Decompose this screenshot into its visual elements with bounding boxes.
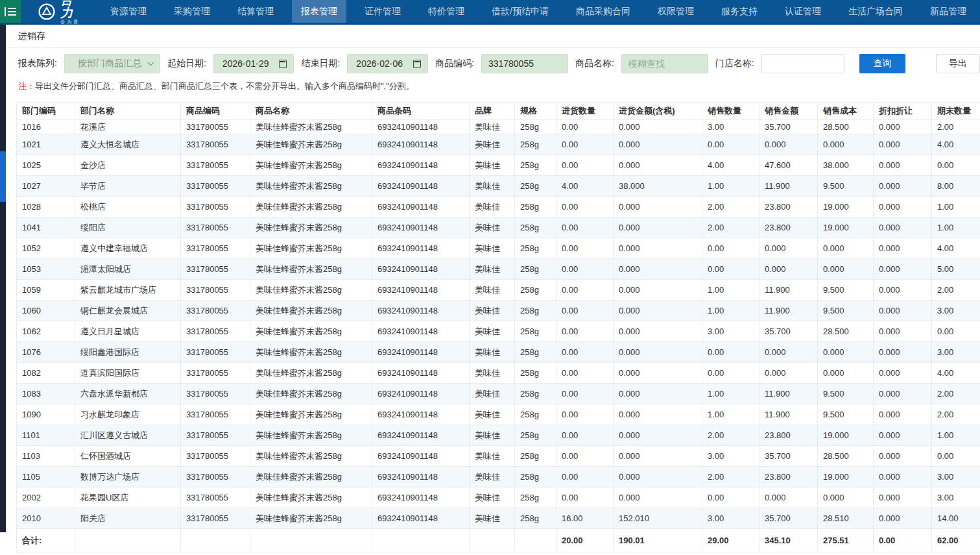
table-cell: 2002 — [17, 487, 75, 508]
nav-item-13[interactable]: 新品管理 — [921, 0, 975, 23]
table-cell: 0.00 — [556, 134, 614, 155]
table-cell: 258g — [515, 217, 556, 238]
table-cell: 美味佳 — [470, 134, 515, 155]
table-cell: 0.000 — [818, 342, 874, 363]
table-cell: 0.00 — [702, 363, 759, 384]
start-date-label: 起始日期: — [167, 58, 206, 69]
nav-item-3[interactable]: 结算管理 — [228, 0, 283, 23]
nav-item-11[interactable]: 认证管理 — [776, 0, 830, 23]
table-cell: 258g — [515, 197, 556, 217]
totals-cell: 275.51 — [818, 529, 874, 552]
table-cell: 美味佳蜂蜜芥末酱258g — [250, 384, 372, 404]
table-cell: 19.000 — [818, 217, 874, 238]
collapsed-sidebar[interactable] — [0, 25, 6, 532]
table-cell: 1059 — [17, 280, 75, 301]
table-cell: 0.000 — [614, 363, 702, 384]
table-cell: 258g — [515, 259, 556, 280]
table-cell: 0.000 — [874, 404, 932, 425]
table-cell: 0.000 — [874, 197, 932, 217]
export-button[interactable]: 导出 — [936, 54, 980, 73]
table-cell: 1076 — [17, 342, 75, 363]
table-cell: 美味佳蜂蜜芥末酱258g — [250, 301, 372, 321]
table-cell: 0.000 — [759, 363, 818, 384]
report-type-value: 按部门商品汇总 — [78, 58, 141, 69]
table-cell: 0.000 — [614, 197, 702, 217]
table-cell: 美味佳蜂蜜芥末酱258g — [250, 321, 372, 342]
nav-item-1[interactable]: 资源管理 — [101, 0, 156, 23]
table-row: 1016花溪店331780055美味佳蜂蜜芥末酱258g693241090114… — [17, 120, 980, 134]
nav-item-6[interactable]: 特价管理 — [419, 0, 473, 23]
table-cell: 11.900 — [759, 280, 818, 301]
totals-cell: 345.10 — [759, 529, 818, 552]
table-cell: 3.00 — [702, 321, 759, 342]
nav-item-8[interactable]: 商品采购合同 — [567, 0, 639, 23]
product-code-label: 商品编码: — [435, 58, 474, 69]
table-cell: 0.00 — [556, 425, 614, 446]
table-cell: 0.000 — [874, 301, 932, 321]
table-cell: 美味佳蜂蜜芥末酱258g — [250, 467, 372, 487]
sidebar-active-indicator[interactable] — [0, 151, 6, 202]
end-date-input[interactable]: 2026-02-06 — [347, 54, 428, 73]
column-header: 销售成本 — [818, 103, 874, 120]
table-row: 1090习水麒龙印象店331780055美味佳蜂蜜芥末酱258g69324109… — [17, 404, 980, 425]
table-cell: 1016 — [17, 120, 75, 134]
table-cell: 23.800 — [759, 425, 818, 446]
table-cell: 0.000 — [614, 487, 702, 508]
report-type-select[interactable]: 按部门商品汇总 — [64, 54, 160, 73]
table-row: 1082道真滨阳国际店331780055美味佳蜂蜜芥末酱258g69324109… — [17, 363, 980, 384]
table-cell: 2.00 — [702, 425, 759, 446]
table-cell: 3.00 — [702, 446, 759, 467]
nav-item-2[interactable]: 采购管理 — [165, 0, 219, 23]
column-header: 规格 — [515, 103, 556, 120]
table-cell: 2.00 — [932, 384, 980, 404]
table-cell: 0.00 — [702, 259, 759, 280]
table-cell: 4.00 — [932, 238, 980, 259]
table-cell: 331780055 — [181, 321, 250, 342]
totals-cell: 62.00 — [932, 529, 980, 552]
table-cell: 6932410901148 — [372, 134, 470, 155]
store-name-input[interactable] — [761, 54, 844, 73]
table-cell: 331780055 — [181, 487, 250, 508]
table-cell: 美味佳蜂蜜芥末酱258g — [250, 197, 372, 217]
table-cell: 0.00 — [556, 120, 614, 134]
start-date-input[interactable]: 2026-01-29 — [213, 54, 294, 73]
table-cell: 2.00 — [932, 120, 980, 134]
table-cell: 0.00 — [556, 280, 614, 301]
table-cell: 美味佳 — [470, 120, 515, 134]
nav-item-7[interactable]: 借款/预结申请 — [483, 0, 558, 23]
table-cell: 35.700 — [759, 120, 818, 134]
table-cell: 铜仁麒龙会展城店 — [75, 301, 181, 321]
table-cell: 美味佳 — [470, 425, 515, 446]
table-cell: 0.00 — [932, 155, 980, 176]
nav-item-4[interactable]: 报表管理 — [292, 0, 346, 23]
table-cell: 258g — [515, 404, 556, 425]
table-cell: 19.000 — [818, 197, 874, 217]
table-cell: 美味佳蜂蜜芥末酱258g — [250, 508, 372, 529]
table-row: 1083六盘水派华新都店331780055美味佳蜂蜜芥末酱258g6932410… — [17, 384, 980, 404]
table-cell: 4.00 — [556, 176, 614, 197]
product-code-input[interactable] — [481, 54, 568, 73]
nav-item-9[interactable]: 权限管理 — [649, 0, 703, 23]
nav-item-10[interactable]: 服务支持 — [712, 0, 767, 23]
query-button[interactable]: 查询 — [859, 54, 906, 73]
table-cell: 0.000 — [614, 155, 702, 176]
table-row: 1103仁怀国酒城店331780055美味佳蜂蜜芥末酱258g693241090… — [17, 446, 980, 467]
totals-cell — [470, 529, 515, 552]
table-cell: 11.900 — [759, 176, 818, 197]
chevron-down-icon — [148, 59, 154, 66]
table-cell: 3.00 — [932, 301, 980, 321]
table-cell: 258g — [515, 120, 556, 134]
table-cell: 9.500 — [818, 280, 874, 301]
report-table-container: 部门编码部门名称商品编码商品名称商品条码品牌规格进货数量进货金额(含税)销售数量… — [16, 102, 980, 552]
table-cell: 28.500 — [818, 321, 874, 342]
table-cell: 绥阳店 — [75, 217, 181, 238]
table-cell: 美味佳 — [470, 467, 515, 487]
table-cell: 0.00 — [556, 487, 614, 508]
table-cell: 258g — [515, 301, 556, 321]
collapse-menu-button[interactable] — [0, 0, 21, 23]
table-cell: 331780055 — [181, 155, 250, 176]
table-cell: 6932410901148 — [372, 301, 470, 321]
product-name-input[interactable] — [621, 54, 708, 73]
nav-item-5[interactable]: 证件管理 — [355, 0, 410, 23]
nav-item-12[interactable]: 生活广场合同 — [839, 0, 912, 23]
